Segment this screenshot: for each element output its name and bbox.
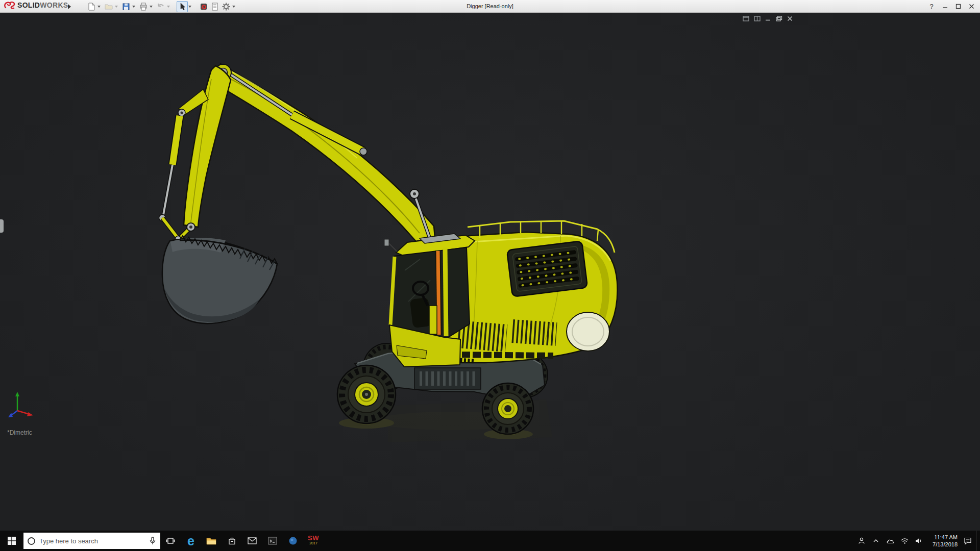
undo-icon[interactable] bbox=[155, 1, 166, 12]
options-gear-icon[interactable] bbox=[220, 1, 232, 12]
solidworks-2017-button[interactable]: SW 2017 bbox=[303, 531, 324, 551]
graphics-viewport[interactable]: *Dimetric bbox=[0, 13, 980, 531]
select-arrow-icon[interactable] bbox=[177, 1, 188, 12]
mail-button[interactable] bbox=[242, 531, 262, 551]
save-dropdown[interactable] bbox=[132, 6, 135, 8]
minimize-doc-icon[interactable] bbox=[765, 16, 771, 21]
task-view-button[interactable] bbox=[160, 531, 181, 551]
maximize-button[interactable] bbox=[951, 0, 965, 13]
featuremanager-flyout-tab[interactable] bbox=[0, 219, 4, 233]
windows-logo-icon bbox=[8, 537, 16, 545]
people-icon[interactable] bbox=[855, 531, 868, 551]
minimize-button[interactable] bbox=[938, 0, 951, 13]
titlebar: SOLIDWORKS Digger [Re bbox=[0, 0, 980, 13]
system-tray: 11:47 AM 7/13/2018 bbox=[855, 531, 980, 551]
window-tile-icon[interactable] bbox=[743, 16, 749, 21]
boom-arm[interactable] bbox=[215, 64, 435, 241]
restore-doc-icon[interactable] bbox=[776, 16, 782, 21]
rear-panel-window bbox=[567, 312, 609, 351]
new-document-icon[interactable] bbox=[86, 1, 97, 12]
search-input[interactable] bbox=[39, 537, 145, 545]
store-icon bbox=[228, 537, 236, 545]
help-button[interactable]: ? bbox=[925, 0, 938, 13]
options-dropdown[interactable] bbox=[232, 6, 235, 8]
edge-button[interactable]: e bbox=[181, 531, 201, 551]
quick-toolbar bbox=[86, 0, 238, 13]
app-window-controls: ? bbox=[925, 0, 978, 13]
stick-arm[interactable] bbox=[159, 66, 231, 242]
dassault-logo-icon bbox=[4, 1, 15, 9]
chevron-up-icon[interactable] bbox=[870, 531, 882, 551]
open-document-icon[interactable] bbox=[103, 1, 114, 12]
save-icon[interactable] bbox=[120, 1, 132, 12]
open-document-dropdown[interactable] bbox=[115, 6, 118, 8]
console-icon bbox=[268, 537, 277, 545]
start-button[interactable] bbox=[0, 531, 23, 551]
close-doc-icon[interactable] bbox=[787, 16, 793, 21]
mail-icon bbox=[248, 537, 257, 544]
microphone-icon[interactable] bbox=[149, 537, 156, 545]
cortana-icon[interactable] bbox=[28, 537, 35, 545]
wheel-front-right[interactable] bbox=[482, 383, 533, 434]
onedrive-cloud-icon[interactable] bbox=[884, 531, 896, 551]
media-app-icon bbox=[288, 536, 298, 545]
show-desktop-button[interactable] bbox=[976, 531, 979, 551]
media-app-button[interactable] bbox=[283, 531, 303, 551]
close-button[interactable] bbox=[965, 0, 978, 13]
solidworks-2017-icon: SW 2017 bbox=[308, 536, 319, 546]
taskbar-search[interactable] bbox=[23, 533, 160, 549]
undo-dropdown[interactable] bbox=[167, 6, 170, 8]
clock-date: 7/13/2018 bbox=[929, 541, 958, 548]
bucket[interactable] bbox=[162, 236, 277, 323]
file-explorer-icon bbox=[206, 537, 216, 545]
engine-grille bbox=[507, 241, 587, 296]
edge-icon: e bbox=[187, 535, 194, 547]
window-tile-icon[interactable] bbox=[754, 16, 761, 21]
taskbar: e SW 2017 bbox=[0, 531, 980, 551]
view-orientation-label: *Dimetric bbox=[7, 429, 32, 436]
cab-orange-pillar bbox=[438, 251, 439, 335]
menu-flyout-arrow[interactable] bbox=[68, 4, 71, 9]
console-button[interactable] bbox=[262, 531, 283, 551]
solidworks-logo: SOLIDWORKS bbox=[4, 1, 68, 9]
volume-icon[interactable] bbox=[913, 531, 925, 551]
select-dropdown[interactable] bbox=[188, 6, 191, 8]
taskbar-clock[interactable]: 11:47 AM 7/13/2018 bbox=[927, 534, 960, 548]
excavator-model[interactable] bbox=[159, 64, 618, 442]
action-center-icon[interactable] bbox=[962, 531, 974, 551]
file-properties-icon[interactable] bbox=[209, 1, 220, 12]
clock-time: 11:47 AM bbox=[929, 534, 958, 541]
rebuild-icon[interactable] bbox=[198, 1, 209, 12]
new-document-dropdown[interactable] bbox=[97, 6, 101, 8]
wifi-icon[interactable] bbox=[898, 531, 911, 551]
file-explorer-button[interactable] bbox=[201, 531, 222, 551]
print-icon[interactable] bbox=[138, 1, 149, 12]
brand-name: SOLIDWORKS bbox=[17, 1, 68, 9]
wheel-front-left[interactable] bbox=[337, 365, 396, 423]
store-button[interactable] bbox=[222, 531, 242, 551]
task-view-icon bbox=[166, 537, 175, 545]
print-dropdown[interactable] bbox=[150, 6, 153, 8]
orientation-triad bbox=[8, 392, 33, 417]
model-canvas[interactable] bbox=[0, 13, 980, 531]
document-window-controls bbox=[743, 16, 793, 21]
